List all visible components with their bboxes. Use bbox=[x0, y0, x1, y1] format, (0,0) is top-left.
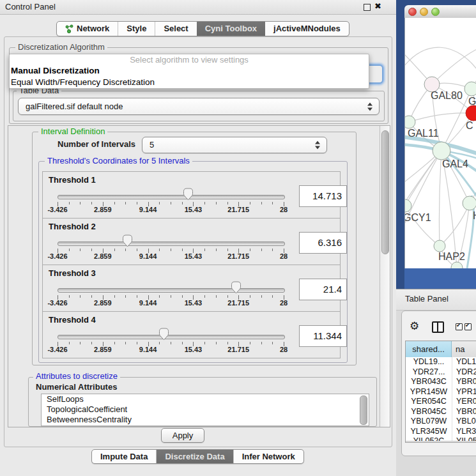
slider-thumb[interactable] bbox=[158, 328, 169, 341]
table-row[interactable]: YBR045CYBR045C bbox=[406, 407, 476, 417]
slider-tick bbox=[80, 202, 81, 204]
slider-tick bbox=[91, 342, 92, 344]
slider-thumb[interactable] bbox=[231, 281, 242, 294]
tab-select[interactable]: Select bbox=[155, 22, 196, 36]
slider-tick bbox=[159, 202, 160, 204]
network-node-ga[interactable] bbox=[464, 82, 476, 96]
cell-shared-name: YDL19... bbox=[406, 357, 452, 367]
network-graph[interactable]: GAL80GACGAL11GAL4GCY1HHAP2 bbox=[405, 18, 476, 268]
network-edge[interactable] bbox=[439, 151, 441, 246]
table-row[interactable]: YDR27...YDR27... bbox=[406, 367, 476, 378]
node-table: shared... na YDL19...YDL19...YDR27...YDR… bbox=[405, 341, 476, 443]
zoom-light-icon[interactable] bbox=[431, 8, 440, 16]
gear-icon[interactable]: ⚙ bbox=[410, 319, 419, 332]
tab-impute-data[interactable]: Impute Data bbox=[92, 450, 156, 463]
slider-tick bbox=[182, 249, 183, 251]
split-columns-icon[interactable] bbox=[432, 321, 444, 333]
slider-thumb[interactable] bbox=[183, 188, 194, 201]
numerical-attributes-list[interactable]: SelfLoopsTopologicalCoefficientBetweenne… bbox=[41, 394, 369, 426]
threshold-value-field[interactable]: 14.713 bbox=[299, 185, 347, 207]
tab-style[interactable]: Style bbox=[118, 22, 155, 36]
apply-button[interactable]: Apply bbox=[161, 428, 204, 443]
table-row[interactable]: YBL079WYBL079W bbox=[406, 417, 476, 427]
cell-name: YBR045C bbox=[452, 407, 476, 417]
algorithm-option-manual-discretization[interactable]: Manual Discretization bbox=[10, 65, 369, 77]
slider-tick bbox=[250, 249, 250, 251]
number-of-intervals-combobox[interactable]: 5 bbox=[142, 137, 327, 153]
network-window-titlebar[interactable] bbox=[404, 5, 476, 19]
slider-tick bbox=[159, 249, 160, 251]
network-edge[interactable] bbox=[405, 47, 476, 74]
slider-track[interactable] bbox=[58, 242, 285, 246]
table-row[interactable]: YPR145WYPR145W bbox=[406, 387, 476, 397]
slider-tick bbox=[227, 295, 228, 298]
tab-infer-network[interactable]: Infer Network bbox=[233, 450, 303, 463]
number-of-intervals-value: 5 bbox=[150, 140, 154, 150]
attribute-item-betweennesscentrality[interactable]: BetweennessCentrality bbox=[42, 415, 369, 425]
column-header-name[interactable]: na bbox=[452, 341, 476, 357]
table-row[interactable]: YDL19...YDL19... bbox=[406, 357, 476, 367]
algorithm-option-equal-width-frequency-discretization[interactable]: Equal Width/Frequency Discretization bbox=[10, 77, 369, 88]
cell-shared-name: YPR145W bbox=[406, 387, 452, 397]
select-all-checkbox-icon[interactable] bbox=[456, 323, 463, 330]
network-node-h[interactable] bbox=[463, 196, 476, 210]
slider-tick bbox=[159, 295, 160, 298]
close-icon[interactable]: ✖ bbox=[374, 1, 381, 11]
threshold-value-field[interactable]: 21.4 bbox=[299, 279, 347, 300]
slider-tick bbox=[227, 202, 228, 204]
slider-tick-label: 2.859 bbox=[94, 252, 112, 260]
select-all-checkbox-icon[interactable] bbox=[464, 323, 472, 330]
slider-tick bbox=[125, 342, 126, 344]
column-header-shared-name[interactable]: shared... bbox=[406, 341, 452, 357]
network-icon bbox=[65, 24, 73, 33]
table-row[interactable]: YER054CYER054C bbox=[406, 397, 476, 407]
minimize-light-icon[interactable] bbox=[420, 8, 428, 16]
threshold-title: Threshold 1 bbox=[49, 175, 96, 185]
slider-tick bbox=[80, 342, 81, 344]
network-edge[interactable] bbox=[405, 151, 441, 210]
tab-jactivemnodules[interactable]: jActiveMNodules bbox=[265, 22, 349, 36]
slider-tick bbox=[182, 295, 183, 298]
table-data-combobox[interactable]: galFiltered.sif default node bbox=[18, 98, 380, 115]
network-node-gal11[interactable] bbox=[405, 116, 415, 128]
network-edge[interactable] bbox=[432, 47, 476, 84]
slider-tick bbox=[261, 249, 262, 251]
slider-tick bbox=[216, 249, 217, 251]
slider-tick-label: 2.859 bbox=[94, 206, 112, 213]
attribute-item-selfloops[interactable]: SelfLoops bbox=[42, 394, 369, 404]
attribute-item-topologicalcoefficient[interactable]: TopologicalCoefficient bbox=[42, 404, 369, 415]
vertical-scrollbar[interactable] bbox=[380, 126, 390, 427]
slider-track[interactable] bbox=[58, 335, 285, 339]
network-edge[interactable] bbox=[409, 113, 466, 122]
slider-tick bbox=[125, 249, 126, 251]
slider-thumb[interactable] bbox=[122, 234, 133, 247]
network-node-hap2[interactable] bbox=[434, 240, 445, 252]
slider-tick bbox=[216, 202, 217, 204]
network-edge[interactable] bbox=[405, 151, 441, 206]
network-node-gal4[interactable] bbox=[433, 142, 450, 160]
slider-track[interactable] bbox=[58, 288, 285, 293]
tab-label: Network bbox=[77, 22, 109, 36]
slider-tick-label: 9.144 bbox=[139, 252, 157, 260]
threshold-value-field[interactable]: 6.316 bbox=[299, 232, 347, 254]
network-node-label: GA bbox=[468, 96, 476, 107]
table-row[interactable]: YBR043CYBR043C bbox=[406, 377, 476, 387]
slider-tick-label: 2.859 bbox=[94, 299, 112, 307]
network-canvas[interactable]: GAL80GACGAL11GAL4GCY1HHAP2 bbox=[404, 18, 476, 268]
table-row[interactable]: YLR345WYLR345W bbox=[406, 427, 476, 437]
close-light-icon[interactable] bbox=[408, 8, 417, 16]
threshold-value-field[interactable]: 11.344 bbox=[299, 325, 347, 347]
slider-tick-label: 28 bbox=[280, 206, 288, 213]
float-window-icon[interactable] bbox=[364, 4, 371, 11]
horizontal-scrollbar[interactable] bbox=[406, 441, 476, 443]
tab-cyni-toolbox[interactable]: Cyni Toolbox bbox=[197, 22, 265, 36]
attributes-scrollbar-thumb[interactable] bbox=[360, 395, 367, 425]
vertical-scrollbar-thumb[interactable] bbox=[381, 130, 389, 254]
tab-network[interactable]: Network bbox=[57, 22, 118, 36]
slider-tick bbox=[261, 342, 262, 344]
slider-track[interactable] bbox=[58, 195, 285, 199]
tab-discretize-data[interactable]: Discretize Data bbox=[156, 450, 233, 463]
network-node[interactable] bbox=[451, 262, 463, 268]
network-node-label: GAL80 bbox=[431, 90, 463, 101]
numerical-attributes-label: Numerical Attributes bbox=[36, 382, 117, 392]
